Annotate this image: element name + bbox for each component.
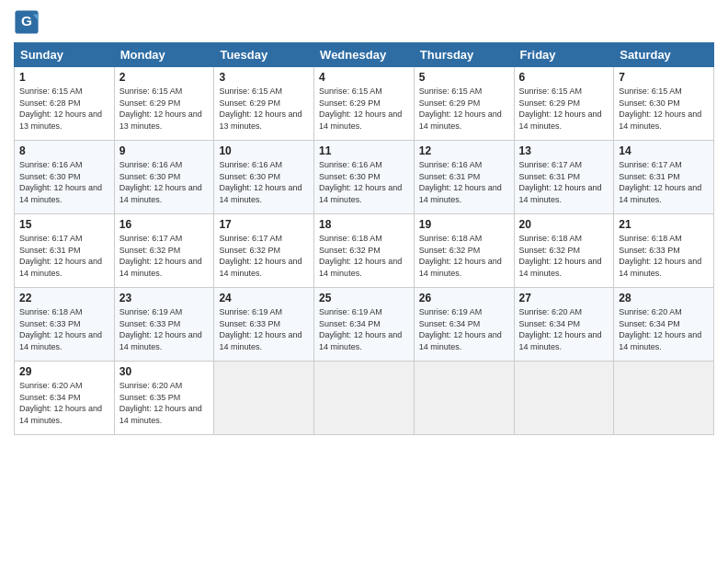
cell-content: Sunrise: 6:15 AMSunset: 6:29 PMDaylight:…: [519, 86, 609, 132]
cell-content: Sunrise: 6:16 AMSunset: 6:31 PMDaylight:…: [419, 159, 509, 205]
day-number: 29: [19, 365, 109, 378]
calendar-cell: 12Sunrise: 6:16 AMSunset: 6:31 PMDayligh…: [414, 141, 514, 214]
cell-content: Sunrise: 6:17 AMSunset: 6:32 PMDaylight:…: [119, 233, 210, 279]
calendar-cell: 13Sunrise: 6:17 AMSunset: 6:31 PMDayligh…: [514, 141, 614, 214]
calendar-cell: 1Sunrise: 6:15 AMSunset: 6:28 PMDaylight…: [15, 67, 115, 141]
cell-content: Sunrise: 6:17 AMSunset: 6:32 PMDaylight:…: [219, 233, 309, 279]
calendar-cell: 16Sunrise: 6:17 AMSunset: 6:32 PMDayligh…: [114, 214, 214, 288]
day-number: 11: [319, 144, 409, 157]
cell-content: Sunrise: 6:18 AMSunset: 6:32 PMDaylight:…: [519, 233, 609, 279]
calendar-week-4: 29Sunrise: 6:20 AMSunset: 6:34 PMDayligh…: [15, 362, 714, 435]
cell-content: Sunrise: 6:19 AMSunset: 6:34 PMDaylight:…: [319, 306, 409, 352]
cell-content: Sunrise: 6:15 AMSunset: 6:29 PMDaylight:…: [319, 86, 409, 132]
day-number: 19: [419, 218, 509, 231]
calendar-cell: 7Sunrise: 6:15 AMSunset: 6:30 PMDaylight…: [614, 67, 714, 141]
day-number: 2: [119, 71, 210, 84]
day-header-saturday: Saturday: [614, 43, 714, 67]
calendar-cell: [214, 362, 314, 435]
calendar-cell: 18Sunrise: 6:18 AMSunset: 6:32 PMDayligh…: [314, 214, 415, 288]
header: G: [14, 9, 714, 35]
logo: G: [14, 9, 43, 35]
day-number: 23: [119, 292, 210, 304]
calendar-cell: [314, 362, 415, 435]
calendar-week-2: 15Sunrise: 6:17 AMSunset: 6:31 PMDayligh…: [15, 214, 714, 288]
calendar-cell: 4Sunrise: 6:15 AMSunset: 6:29 PMDaylight…: [314, 67, 415, 141]
day-number: 25: [319, 292, 409, 304]
calendar-cell: 20Sunrise: 6:18 AMSunset: 6:32 PMDayligh…: [514, 214, 614, 288]
cell-content: Sunrise: 6:18 AMSunset: 6:33 PMDaylight:…: [619, 233, 709, 279]
day-number: 5: [419, 71, 509, 84]
calendar-cell: 29Sunrise: 6:20 AMSunset: 6:34 PMDayligh…: [15, 362, 115, 435]
day-number: 30: [119, 365, 210, 378]
cell-content: Sunrise: 6:18 AMSunset: 6:32 PMDaylight:…: [319, 233, 409, 279]
day-number: 10: [219, 144, 309, 157]
cell-content: Sunrise: 6:17 AMSunset: 6:31 PMDaylight:…: [519, 159, 609, 205]
cell-content: Sunrise: 6:15 AMSunset: 6:28 PMDaylight:…: [19, 86, 109, 132]
cell-content: Sunrise: 6:16 AMSunset: 6:30 PMDaylight:…: [319, 159, 409, 205]
cell-content: Sunrise: 6:17 AMSunset: 6:31 PMDaylight:…: [619, 159, 709, 205]
day-number: 17: [219, 218, 309, 231]
day-number: 21: [619, 218, 709, 231]
cell-content: Sunrise: 6:16 AMSunset: 6:30 PMDaylight:…: [219, 159, 309, 205]
calendar-cell: 17Sunrise: 6:17 AMSunset: 6:32 PMDayligh…: [214, 214, 314, 288]
day-header-thursday: Thursday: [414, 43, 514, 67]
calendar-cell: 25Sunrise: 6:19 AMSunset: 6:34 PMDayligh…: [314, 288, 415, 362]
calendar-cell: 19Sunrise: 6:18 AMSunset: 6:32 PMDayligh…: [414, 214, 514, 288]
day-header-tuesday: Tuesday: [214, 43, 314, 67]
cell-content: Sunrise: 6:20 AMSunset: 6:34 PMDaylight:…: [619, 306, 709, 352]
calendar-cell: 22Sunrise: 6:18 AMSunset: 6:33 PMDayligh…: [15, 288, 115, 362]
day-header-friday: Friday: [514, 43, 614, 67]
day-number: 26: [419, 292, 509, 304]
cell-content: Sunrise: 6:15 AMSunset: 6:29 PMDaylight:…: [419, 86, 509, 132]
logo-icon: G: [14, 9, 40, 35]
day-number: 14: [619, 144, 709, 157]
calendar-cell: 14Sunrise: 6:17 AMSunset: 6:31 PMDayligh…: [614, 141, 714, 214]
cell-content: Sunrise: 6:18 AMSunset: 6:32 PMDaylight:…: [419, 233, 509, 279]
calendar-week-3: 22Sunrise: 6:18 AMSunset: 6:33 PMDayligh…: [15, 288, 714, 362]
calendar-cell: 6Sunrise: 6:15 AMSunset: 6:29 PMDaylight…: [514, 67, 614, 141]
cell-content: Sunrise: 6:15 AMSunset: 6:30 PMDaylight:…: [619, 86, 709, 132]
day-number: 6: [519, 71, 609, 84]
day-header-monday: Monday: [114, 43, 214, 67]
calendar-cell: 27Sunrise: 6:20 AMSunset: 6:34 PMDayligh…: [514, 288, 614, 362]
cell-content: Sunrise: 6:16 AMSunset: 6:30 PMDaylight:…: [19, 159, 109, 205]
cell-content: Sunrise: 6:20 AMSunset: 6:34 PMDaylight:…: [19, 380, 109, 426]
calendar-cell: 26Sunrise: 6:19 AMSunset: 6:34 PMDayligh…: [414, 288, 514, 362]
day-number: 8: [19, 144, 109, 157]
day-number: 18: [319, 218, 409, 231]
day-number: 9: [119, 144, 210, 157]
day-number: 27: [519, 292, 609, 304]
cell-content: Sunrise: 6:19 AMSunset: 6:34 PMDaylight:…: [419, 306, 509, 352]
day-number: 13: [519, 144, 609, 157]
calendar-cell: 3Sunrise: 6:15 AMSunset: 6:29 PMDaylight…: [214, 67, 314, 141]
calendar-cell: [414, 362, 514, 435]
cell-content: Sunrise: 6:19 AMSunset: 6:33 PMDaylight:…: [219, 306, 309, 352]
calendar-week-1: 8Sunrise: 6:16 AMSunset: 6:30 PMDaylight…: [15, 141, 714, 214]
calendar-table: SundayMondayTuesdayWednesdayThursdayFrid…: [14, 42, 714, 435]
cell-content: Sunrise: 6:18 AMSunset: 6:33 PMDaylight:…: [19, 306, 109, 352]
day-number: 4: [319, 71, 409, 84]
calendar-cell: [614, 362, 714, 435]
calendar-header-row: SundayMondayTuesdayWednesdayThursdayFrid…: [15, 43, 714, 67]
calendar-week-0: 1Sunrise: 6:15 AMSunset: 6:28 PMDaylight…: [15, 67, 714, 141]
day-number: 7: [619, 71, 709, 84]
cell-content: Sunrise: 6:15 AMSunset: 6:29 PMDaylight:…: [119, 86, 210, 132]
calendar-cell: [514, 362, 614, 435]
day-number: 24: [219, 292, 309, 304]
svg-text:G: G: [21, 13, 32, 29]
calendar-cell: 2Sunrise: 6:15 AMSunset: 6:29 PMDaylight…: [114, 67, 214, 141]
calendar-cell: 9Sunrise: 6:16 AMSunset: 6:30 PMDaylight…: [114, 141, 214, 214]
day-header-sunday: Sunday: [15, 43, 115, 67]
calendar-cell: 24Sunrise: 6:19 AMSunset: 6:33 PMDayligh…: [214, 288, 314, 362]
day-number: 22: [19, 292, 109, 304]
calendar-cell: 28Sunrise: 6:20 AMSunset: 6:34 PMDayligh…: [614, 288, 714, 362]
day-number: 1: [19, 71, 109, 84]
cell-content: Sunrise: 6:15 AMSunset: 6:29 PMDaylight:…: [219, 86, 309, 132]
calendar-cell: 5Sunrise: 6:15 AMSunset: 6:29 PMDaylight…: [414, 67, 514, 141]
calendar-cell: 21Sunrise: 6:18 AMSunset: 6:33 PMDayligh…: [614, 214, 714, 288]
cell-content: Sunrise: 6:16 AMSunset: 6:30 PMDaylight:…: [119, 159, 210, 205]
cell-content: Sunrise: 6:20 AMSunset: 6:35 PMDaylight:…: [119, 380, 210, 426]
calendar-cell: 30Sunrise: 6:20 AMSunset: 6:35 PMDayligh…: [114, 362, 214, 435]
cell-content: Sunrise: 6:17 AMSunset: 6:31 PMDaylight:…: [19, 233, 109, 279]
day-number: 16: [119, 218, 210, 231]
